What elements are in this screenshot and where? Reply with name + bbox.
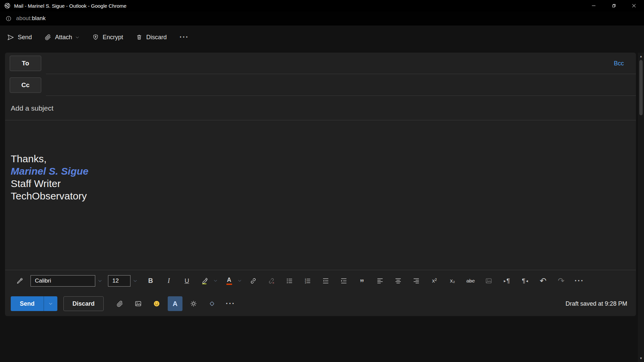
outlook-compose-page: Send Attach Encrypt	[0, 25, 644, 362]
svg-text:3: 3	[305, 281, 306, 284]
body-line-thanks: Thanks,	[11, 153, 628, 165]
align-center-button[interactable]	[391, 274, 406, 288]
diamond-button[interactable]	[205, 296, 219, 311]
redo-button[interactable]: ↷	[554, 274, 569, 288]
close-button[interactable]	[624, 0, 644, 11]
restore-icon	[611, 3, 617, 9]
insert-image-button[interactable]	[481, 274, 496, 288]
right-to-left-button[interactable]: ¶◂	[518, 274, 532, 288]
attach-command-label: Attach	[55, 34, 72, 41]
font-color-group: A	[222, 274, 243, 288]
highlight-caret[interactable]	[212, 275, 218, 287]
encrypt-command[interactable]: Encrypt	[87, 31, 128, 44]
page-info-icon[interactable]	[5, 15, 12, 22]
italic-icon: I	[168, 277, 170, 285]
message-body-editor[interactable]: Thanks, Marinel S. Sigue Staff Writer Te…	[5, 120, 636, 270]
outdent-icon	[322, 277, 329, 285]
send-command[interactable]: Send	[2, 31, 37, 44]
bcc-toggle[interactable]: Bcc	[614, 60, 624, 67]
send-options-caret[interactable]	[44, 296, 57, 311]
quote-button[interactable]: ”	[355, 274, 369, 288]
more-formatting-button[interactable]: ···	[572, 274, 587, 288]
discard-button[interactable]: Discard	[63, 296, 104, 311]
decrease-indent-button[interactable]	[318, 274, 333, 288]
window-title: Mail - Marinel S. Sigue - Outlook - Goog…	[14, 3, 126, 9]
align-right-button[interactable]	[409, 274, 424, 288]
strikethrough-button[interactable]: abe	[463, 274, 478, 288]
bold-button[interactable]: B	[143, 274, 158, 288]
ellipsis-icon: ···	[226, 300, 235, 307]
minimize-button[interactable]	[584, 0, 604, 11]
numbered-list-button[interactable]: 1 2 3	[300, 274, 315, 288]
discard-command[interactable]: Discard	[131, 31, 172, 44]
align-left-icon	[376, 277, 384, 285]
subscript-button[interactable]: x₂	[445, 274, 460, 288]
cc-button-label: Cc	[21, 81, 30, 89]
signature-name: Marinel S. Sigue	[11, 165, 628, 177]
scroll-down-button[interactable]: ▼	[638, 355, 644, 362]
window-controls	[584, 0, 644, 11]
compose-action-bar: Send Discard	[5, 291, 636, 316]
send-icon	[7, 34, 14, 41]
send-button[interactable]: Send	[11, 296, 44, 311]
cc-button[interactable]: Cc	[10, 77, 41, 93]
bullet-list-icon	[286, 277, 293, 285]
to-button-label: To	[22, 60, 29, 67]
italic-button[interactable]: I	[161, 274, 176, 288]
emoji-button[interactable]	[149, 296, 164, 311]
chevron-down-icon	[75, 35, 79, 40]
subject-input[interactable]	[11, 104, 574, 112]
font-size-select[interactable]: 12	[108, 275, 130, 287]
highlight-group	[198, 274, 218, 288]
bullet-list-button[interactable]	[282, 274, 297, 288]
highlight-button[interactable]	[198, 274, 212, 288]
image-icon	[135, 300, 142, 307]
to-button[interactable]: To	[10, 56, 41, 71]
insert-link-button[interactable]	[246, 274, 261, 288]
address-bar[interactable]: about:blank	[0, 11, 644, 25]
font-size-caret[interactable]	[130, 275, 140, 287]
font-name-combo: Calibri	[31, 275, 105, 287]
page-scrollbar[interactable]: ▲ ▼	[638, 53, 644, 362]
subject-field-divider	[5, 120, 636, 120]
send-split-button[interactable]: Send	[11, 296, 57, 311]
font-name-select[interactable]: Calibri	[31, 275, 95, 287]
more-options-button[interactable]: ···	[223, 296, 238, 311]
paperclip-icon	[116, 300, 123, 307]
to-recipients-input[interactable]	[46, 60, 614, 67]
sun-button[interactable]	[186, 296, 201, 311]
rtl-icon: ¶◂	[522, 277, 528, 285]
attach-file-button[interactable]	[112, 296, 127, 311]
left-to-right-button[interactable]: ▸¶	[499, 274, 514, 288]
bold-icon: B	[148, 277, 153, 285]
font-name-caret[interactable]	[95, 275, 105, 287]
remove-link-button[interactable]	[264, 274, 279, 288]
align-right-icon	[413, 277, 420, 285]
underline-button[interactable]: U	[179, 274, 194, 288]
align-left-button[interactable]	[373, 274, 387, 288]
to-field-row: To Bcc	[5, 53, 636, 74]
increase-indent-button[interactable]	[336, 274, 351, 288]
superscript-icon: x²	[432, 278, 437, 284]
numbered-list-icon: 1 2 3	[304, 277, 311, 285]
restore-button[interactable]	[604, 0, 624, 11]
superscript-button[interactable]: x²	[427, 274, 442, 288]
undo-button[interactable]: ↶	[536, 274, 550, 288]
font-color-caret[interactable]	[236, 275, 243, 287]
ellipsis-icon: ···	[179, 34, 189, 41]
signature-company: TechObservatory	[11, 190, 628, 202]
scrollbar-thumb[interactable]	[639, 60, 643, 115]
font-color-button[interactable]: A	[222, 274, 236, 288]
font-size-combo: 12	[108, 275, 140, 287]
discard-command-label: Discard	[146, 34, 167, 41]
more-commands-button[interactable]: ···	[174, 30, 194, 44]
format-painter-button[interactable]	[12, 274, 27, 288]
cc-recipients-input[interactable]	[46, 81, 624, 88]
shield-icon	[92, 34, 99, 41]
scroll-up-button[interactable]: ▲	[638, 53, 644, 60]
text-formatting-toggle[interactable]: A	[168, 296, 182, 311]
attach-command[interactable]: Attach	[40, 31, 85, 44]
subject-field-row	[5, 96, 636, 120]
insert-picture-button[interactable]	[131, 296, 146, 311]
close-icon	[631, 3, 637, 9]
